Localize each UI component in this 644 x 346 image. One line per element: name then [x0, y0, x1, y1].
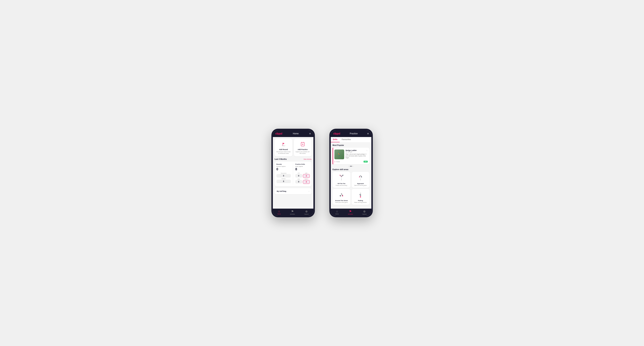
practice-menu-icon[interactable]: ≡ — [367, 132, 368, 135]
practice-activities-nav-icon: ⚑ — [349, 210, 352, 213]
activity-section-header: Last 3 Months View Activity — [275, 158, 312, 160]
capture-nav-label: Capture — [304, 213, 309, 215]
svg-line-21 — [342, 194, 342, 196]
rounds-practice-row: Practice 0 — [276, 178, 291, 183]
activity-title: Last 3 Months — [275, 158, 287, 160]
practice-nav-capture[interactable]: ⊕ Capture — [362, 210, 367, 215]
drills-column: Practice Drills Drills Capture 8 OTT 0 A… — [295, 164, 310, 184]
tab-favourites[interactable]: Favourites — [340, 137, 353, 142]
skill-off-the-tee-name: Off The Tee — [338, 183, 345, 184]
stats-columns: Rounds Rounds Capture 0 Tournament 0 — [276, 164, 310, 184]
home-logo: clippd — [276, 132, 282, 135]
capture-nav-icon: ⊕ — [305, 210, 308, 213]
rounds-title: Rounds — [276, 164, 291, 165]
nav-capture[interactable]: ⊕ Capture — [304, 210, 309, 215]
practice-capture-nav-icon: ⊕ — [363, 210, 366, 213]
add-practice-icon — [300, 141, 306, 148]
ott-label: OTT — [295, 173, 302, 174]
practice-bottom-nav: ⌂ Home ⚑ Activities ⊕ Capture — [331, 209, 371, 216]
arg-value: 0 — [295, 180, 302, 183]
skill-areas-title: Explore skill areas — [332, 169, 370, 171]
dot-1 — [349, 166, 350, 167]
practice-value: 0 — [276, 180, 291, 183]
svg-point-8 — [340, 175, 340, 175]
golf-bag-label: My Golf Bag — [277, 190, 286, 192]
rounds-capture-label: Rounds Capture — [276, 166, 291, 167]
drill-card-wedge-ladder[interactable]: 🏌 Wedge Ladder 50–100 yds ☆ — [332, 148, 370, 164]
skill-approach-desc: Dial-in to hit the green — [354, 185, 367, 186]
app-label: APP — [303, 173, 310, 174]
around-green-icon — [338, 191, 346, 199]
drill-card-inner: 🏌 Wedge Ladder 50–100 yds ☆ — [334, 150, 368, 159]
drills-row-2: ARG 0 PUTT 4 — [295, 178, 310, 184]
putt-label: PUTT — [303, 178, 310, 180]
skill-off-the-tee[interactable]: Off The Tee Power and accuracy — [332, 172, 350, 188]
skill-grid: Off The Tee Power and accuracy — [332, 172, 370, 205]
drills-title: Practice Drills — [295, 164, 310, 165]
add-practice-title: Add Practice — [298, 149, 308, 150]
svg-point-15 — [359, 176, 360, 177]
shots-info: ● 9 shots — [334, 161, 340, 162]
skill-putting-desc: Make and lag practice — [354, 202, 367, 203]
svg-point-0 — [282, 145, 285, 146]
home-menu-icon[interactable]: ≡ — [309, 132, 311, 135]
add-round-card[interactable]: Add Round Record your shots in fast or e… — [275, 139, 292, 156]
activities-nav-label: Activities — [290, 213, 295, 215]
drill-title-row: Wedge Ladder 50–100 yds ☆ — [346, 150, 368, 153]
skill-putting[interactable]: Putting Make and lag practice — [352, 189, 370, 205]
svg-point-24 — [360, 196, 361, 197]
practice-header: clippd Practice ≡ — [331, 130, 371, 137]
skill-approach[interactable]: Approach Dial-in to hit the green — [352, 172, 370, 188]
practice-tabs: Drills Favourites — [331, 137, 371, 143]
stats-card: Rounds Rounds Capture 0 Tournament 0 — [275, 162, 312, 186]
off-the-tee-icon — [338, 174, 346, 182]
practice-logo: clippd — [333, 132, 340, 135]
add-practice-desc: Capture your practice off-the-course — [295, 151, 310, 154]
phone-home-screen: clippd Home ≡ — [273, 130, 314, 216]
skill-around-green[interactable]: Around The Green Hone your short game — [332, 189, 350, 205]
svg-point-10 — [341, 179, 342, 180]
drill-desc: Play 1 shot at each target yardage. If y… — [346, 153, 368, 159]
svg-point-20 — [341, 193, 342, 194]
most-popular-title: Most Popular — [332, 144, 370, 146]
tab-drills[interactable]: Drills — [331, 137, 340, 142]
phone-home: clippd Home ≡ — [272, 129, 315, 217]
practice-nav-home[interactable]: ⌂ Home — [335, 210, 339, 215]
drill-thumbnail: 🏌 — [334, 150, 344, 159]
practice-label: Practice — [276, 178, 291, 179]
drill-yardage: 50–100 yds — [346, 151, 357, 153]
rounds-tournament-row: Tournament 0 — [276, 173, 291, 177]
practice-activities-nav-label: Activities — [348, 213, 353, 215]
add-practice-card[interactable]: Add Practice Capture your practice off-t… — [294, 139, 312, 156]
app-wrapper: APP 4 — [303, 173, 310, 178]
drill-footer: ● 9 shots APP — [334, 161, 368, 163]
app-badge: APP — [364, 161, 368, 163]
practice-wrapper: Practice 0 — [276, 178, 291, 183]
add-round-desc: Record your shots in fast or enhanced mo… — [276, 151, 291, 154]
phone-practice: clippd Practice ≡ Drills Favourites Most… — [329, 129, 373, 217]
svg-point-16 — [361, 176, 362, 177]
tournament-wrapper: Tournament 0 — [276, 173, 291, 177]
drills-total: 8 — [295, 168, 310, 171]
nav-home[interactable]: ⌂ Home — [277, 210, 281, 215]
quick-actions: Add Round Record your shots in fast or e… — [275, 139, 312, 156]
practice-home-nav-icon: ⌂ — [336, 210, 338, 213]
practice-capture-nav-label: Capture — [362, 213, 367, 215]
drills-capture-label: Drills Capture — [295, 166, 310, 167]
practice-title: Practice — [350, 132, 358, 135]
rounds-column: Rounds Rounds Capture 0 Tournament 0 — [276, 164, 291, 184]
add-round-title: Add Round — [279, 149, 288, 150]
app-value: 4 — [303, 174, 310, 178]
home-bottom-nav: ⌂ Home ⚑ Activities ⊕ Capture — [273, 209, 314, 216]
practice-content: Most Popular 🏌 Wedge Ladder — [331, 143, 371, 209]
golf-bag-row[interactable]: My Golf Bag › — [275, 188, 312, 194]
practice-nav-activities[interactable]: ⚑ Activities — [348, 210, 353, 215]
drill-thumb-img: 🏌 — [334, 150, 344, 159]
favourite-star-icon[interactable]: ☆ — [366, 150, 368, 152]
approach-icon — [356, 174, 364, 182]
svg-marker-2 — [283, 143, 284, 144]
nav-activities[interactable]: ⚑ Activities — [290, 210, 295, 215]
activities-nav-icon: ⚑ — [291, 210, 294, 213]
view-activity-link[interactable]: View Activity — [304, 158, 312, 160]
svg-line-22 — [340, 194, 342, 196]
